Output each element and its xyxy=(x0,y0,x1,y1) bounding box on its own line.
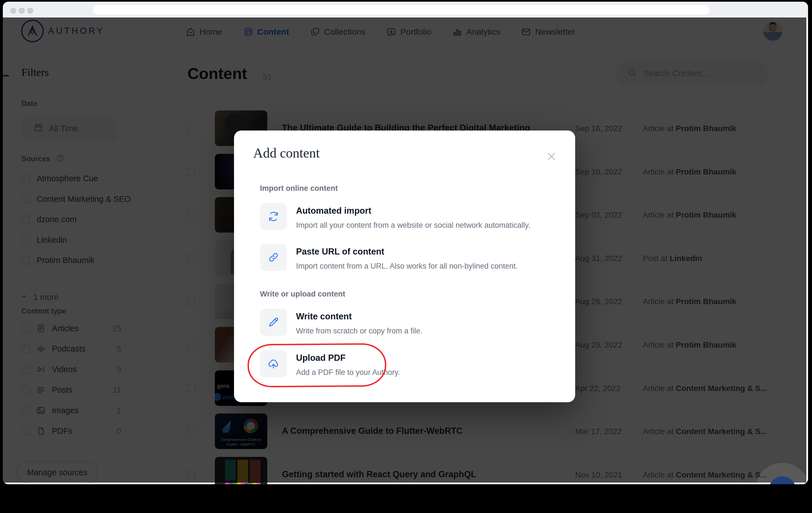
option-text: Paste URL of contentImport content from … xyxy=(296,244,518,271)
url-bar[interactable] xyxy=(93,5,709,14)
option-description: Write from scratch or copy from a file. xyxy=(296,327,422,335)
window-close-button[interactable] xyxy=(10,8,16,14)
option-text: Upload PDFAdd a PDF file to your Authory… xyxy=(296,350,400,377)
option-title: Write content xyxy=(296,311,422,322)
cloud-upload-icon xyxy=(267,357,280,370)
add-content-modal: Add content Import online contentAutomat… xyxy=(234,130,575,402)
browser-chrome xyxy=(3,2,808,18)
modal-option-write-content[interactable]: Write contentWrite from scratch or copy … xyxy=(260,309,422,336)
thumbnail-graphic xyxy=(225,483,261,484)
page-viewport: AUTHORY HomeContentCollectionsPortfolioA… xyxy=(3,18,808,484)
modal-section-label: Import online content xyxy=(260,184,338,193)
modal-title: Add content xyxy=(253,145,320,161)
modal-option-paste-url-of-content[interactable]: Paste URL of contentImport content from … xyxy=(260,244,518,271)
option-icon-tile xyxy=(260,244,287,271)
option-title: Upload PDF xyxy=(296,353,400,363)
option-text: Automated importImport all your content … xyxy=(296,203,530,230)
modal-option-upload-pdf[interactable]: Upload PDFAdd a PDF file to your Authory… xyxy=(260,350,400,377)
browser-window: AUTHORY HomeContentCollectionsPortfolioA… xyxy=(3,2,808,484)
modal-section-label: Write or upload content xyxy=(260,290,345,299)
pencil-icon xyxy=(267,316,280,328)
option-icon-tile xyxy=(260,203,287,230)
option-title: Automated import xyxy=(296,206,530,216)
option-icon-tile xyxy=(260,350,287,377)
window-zoom-button[interactable] xyxy=(27,8,33,14)
option-description: Import all your content from a website o… xyxy=(296,221,530,230)
option-title: Paste URL of content xyxy=(296,247,518,257)
option-description: Add a PDF file to your Authory. xyxy=(296,368,400,377)
window-minimize-button[interactable] xyxy=(19,8,25,14)
link-icon xyxy=(267,251,280,264)
close-icon[interactable] xyxy=(545,150,558,163)
modal-option-automated-import[interactable]: Automated importImport all your content … xyxy=(260,203,530,230)
screenshot-stage: AUTHORY HomeContentCollectionsPortfolioA… xyxy=(0,0,812,513)
option-icon-tile xyxy=(260,309,287,336)
option-text: Write contentWrite from scratch or copy … xyxy=(296,309,422,336)
sync-icon xyxy=(267,210,280,223)
option-description: Import content from a URL. Also works fo… xyxy=(296,262,518,271)
